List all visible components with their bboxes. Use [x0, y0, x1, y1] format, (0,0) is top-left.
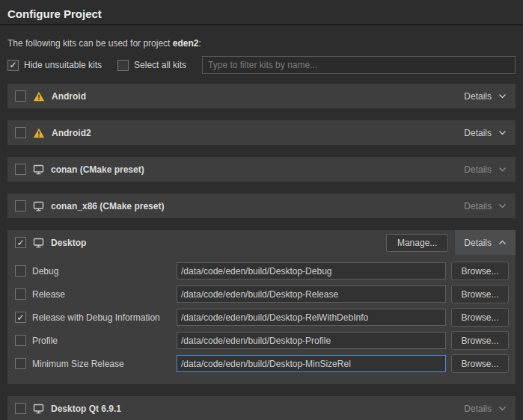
details-label: Details [464, 238, 492, 248]
details-toggle: Details [455, 157, 516, 182]
checkmark-icon: ✓ [9, 61, 16, 70]
kit-row-android2: ✓ Android2 Details [7, 120, 516, 145]
browse-button[interactable]: Browse... [451, 262, 509, 280]
kit-checkbox[interactable]: ✓ [15, 127, 26, 138]
desktop-monitor-icon [33, 404, 44, 414]
config-checkbox[interactable]: ✓ [15, 358, 26, 369]
kit-name: Desktop Qt 6.9.1 [51, 404, 121, 414]
kit-checkbox[interactable]: ✓ [15, 403, 26, 414]
config-checkbox[interactable]: ✓ [15, 265, 26, 277]
warning-triangle-icon [33, 91, 45, 102]
kit-row-android: ✓ Android Details [7, 84, 516, 108]
kit-header[interactable]: ✓ Desktop Qt 6.9.1 Details [7, 396, 516, 420]
kit-row-desktop: ✓ Desktop Manage... Details ✓ Debug Brow… [7, 230, 516, 384]
page-title: Configure Project [7, 7, 516, 24]
checkmark-icon: ✓ [16, 238, 24, 247]
project-name: eden2 [173, 38, 199, 49]
hide-unsuitable-kits-checkbox[interactable]: ✓ Hide unsuitable kits [7, 60, 102, 71]
config-checkbox[interactable]: ✓ [15, 288, 26, 300]
desktop-monitor-icon [33, 164, 44, 175]
build-config-row-profile: ✓ Profile Browse... [15, 329, 509, 352]
kit-name: conan (CMake preset) [51, 164, 144, 175]
chevron-down-icon [498, 130, 507, 135]
chevron-down-icon [498, 406, 507, 411]
chevron-down-icon [498, 93, 507, 99]
browse-button[interactable]: Browse... [451, 354, 509, 373]
kit-list: ✓ Android Details ✓ Android2 Details [7, 84, 516, 420]
config-checkbox[interactable]: ✓ [15, 312, 26, 323]
manage-kits-button[interactable]: Manage... [386, 234, 448, 252]
browse-button[interactable]: Browse... [451, 331, 509, 350]
chevron-down-icon [498, 167, 507, 172]
kit-name: Desktop [51, 238, 86, 248]
build-config-row-debug: ✓ Debug Browse... [15, 259, 509, 282]
warning-triangle-icon [33, 128, 45, 138]
checkmark-icon: ✓ [16, 313, 24, 322]
desktop-monitor-icon [33, 238, 44, 248]
build-dir-input-focused[interactable] [177, 355, 446, 372]
kit-header[interactable]: ✓ Android Details [7, 84, 516, 108]
title-separator [0, 24, 523, 25]
kit-header[interactable]: ✓ conan_x86 (CMake preset) Details [7, 194, 516, 218]
build-config-row-minsizerel: ✓ Minimum Size Release Browse... [15, 352, 509, 375]
build-config-row-release: ✓ Release Browse... [15, 282, 509, 306]
details-label: Details [464, 164, 492, 175]
build-dir-input[interactable] [177, 285, 446, 303]
config-label: Debug [32, 266, 58, 277]
details-toggle[interactable]: Details [455, 230, 516, 255]
checkbox-label: Hide unsuitable kits [24, 60, 102, 70]
build-dir-input[interactable] [177, 262, 446, 280]
build-dir-input[interactable] [177, 332, 446, 349]
browse-button[interactable]: Browse... [451, 285, 509, 303]
config-label: Release with Debug Information [32, 312, 160, 323]
kits-toolbar: ✓ Hide unsuitable kits ✓ Select all kits [7, 56, 516, 74]
config-label: Minimum Size Release [32, 359, 124, 369]
details-toggle[interactable]: Details [455, 120, 516, 145]
kit-checkbox[interactable]: ✓ [15, 164, 26, 175]
config-label: Release [32, 289, 65, 300]
kit-filter-input[interactable] [202, 56, 516, 74]
chevron-up-icon [498, 240, 507, 245]
kit-row-conan: ✓ conan (CMake preset) Details [7, 157, 516, 182]
kit-header[interactable]: ✓ Desktop Manage... Details [7, 230, 516, 255]
intro-text: The following kits can be used for proje… [7, 38, 516, 49]
checkbox-label: Select all kits [134, 60, 186, 70]
kit-header[interactable]: ✓ Android2 Details [7, 120, 516, 145]
desktop-build-config-list: ✓ Debug Browse... ✓ Release Browse... ✓ … [7, 255, 516, 384]
details-toggle: Details [455, 396, 516, 420]
kit-row-desktop-qt-691: ✓ Desktop Qt 6.9.1 Details [7, 396, 516, 420]
config-checkbox[interactable]: ✓ [15, 335, 26, 346]
details-label: Details [464, 201, 492, 211]
details-toggle[interactable]: Details [455, 84, 516, 108]
select-all-kits-checkbox[interactable]: ✓ Select all kits [117, 60, 186, 71]
details-label: Details [464, 404, 492, 414]
details-toggle: Details [455, 194, 516, 218]
desktop-monitor-icon [33, 201, 44, 211]
config-label: Profile [32, 336, 58, 346]
kit-name: Android2 [52, 128, 91, 138]
kit-name: Android [52, 91, 86, 102]
checkbox-box[interactable]: ✓ [117, 60, 129, 71]
kit-header[interactable]: ✓ conan (CMake preset) Details [7, 157, 516, 182]
kit-checkbox[interactable]: ✓ [15, 200, 26, 211]
details-label: Details [464, 91, 492, 102]
kit-name: conan_x86 (CMake preset) [51, 201, 164, 211]
chevron-down-icon [498, 203, 507, 209]
kit-row-conan-x86: ✓ conan_x86 (CMake preset) Details [7, 194, 516, 218]
build-dir-input[interactable] [177, 309, 446, 326]
details-label: Details [464, 128, 492, 138]
browse-button[interactable]: Browse... [451, 308, 509, 327]
checkbox-box[interactable]: ✓ [7, 60, 19, 71]
kit-checkbox[interactable]: ✓ [15, 237, 26, 248]
build-config-row-relwithdebinfo: ✓ Release with Debug Information Browse.… [15, 306, 509, 329]
kit-checkbox[interactable]: ✓ [15, 90, 26, 102]
